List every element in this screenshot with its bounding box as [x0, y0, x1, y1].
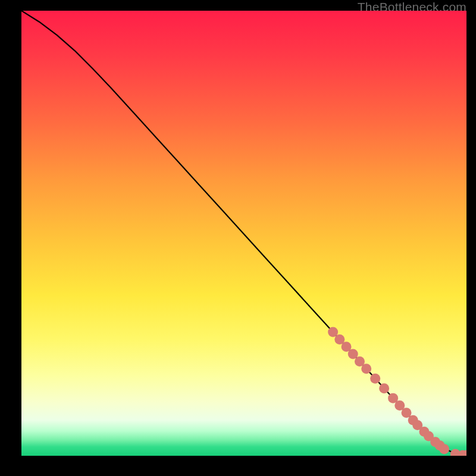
chart-point [328, 327, 338, 337]
chart-point [394, 400, 405, 411]
chart-point [435, 440, 445, 450]
chart-point [408, 415, 418, 425]
chart-point [370, 374, 380, 384]
chart-plot-area [21, 11, 466, 456]
chart-point [388, 393, 398, 403]
chart-curve [21, 11, 466, 455]
chart-point [458, 450, 466, 456]
chart-frame: TheBottleneck.com [0, 0, 476, 476]
chart-point [412, 420, 422, 430]
chart-svg [21, 11, 466, 456]
chart-point [342, 342, 352, 352]
chart-point [439, 444, 449, 454]
chart-point [361, 364, 371, 374]
chart-point [430, 437, 440, 447]
chart-point [402, 408, 412, 418]
chart-point [334, 334, 345, 345]
chart-point [348, 349, 358, 359]
chart-point [462, 450, 467, 456]
chart-point [424, 431, 434, 441]
chart-point [379, 383, 389, 393]
chart-point [450, 449, 461, 456]
chart-point [355, 356, 365, 367]
chart-point [419, 427, 429, 437]
